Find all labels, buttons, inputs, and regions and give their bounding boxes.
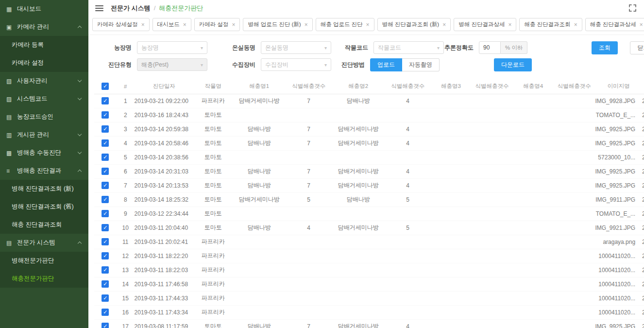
tab-close-icon[interactable]: × [574, 22, 577, 28]
table-cell: 파프리카 [194, 305, 233, 319]
crop-code-select[interactable]: 작물코드 ▾ [373, 41, 444, 54]
row-checkbox[interactable]: ✓ [102, 252, 109, 259]
row-checkbox[interactable]: ✓ [102, 168, 109, 175]
table-cell [431, 164, 472, 178]
row-checkbox[interactable]: ✓ [102, 280, 109, 288]
row-checkbox[interactable]: ✓ [102, 309, 109, 316]
sidebar-item-camera-management[interactable]: ▣ 카메라 관리 [0, 18, 88, 36]
tab-close-icon[interactable]: × [141, 22, 145, 28]
close-button[interactable]: 닫기 [630, 41, 644, 54]
table-cell [332, 249, 385, 263]
accuracy-input[interactable] [479, 41, 501, 54]
table-cell: 2019-03-12 22:34:44 [135, 207, 194, 221]
table-row[interactable]: ✓172019-03-08 11:17:59토마토담배나방7담배거세미나방4IM… [94, 319, 644, 328]
table-cell: 담배거세미나방 [332, 221, 385, 235]
row-checkbox[interactable]: ✓ [102, 266, 109, 274]
greenhouse-select[interactable]: 온실동명 ▾ [261, 41, 331, 54]
select-all-checkbox[interactable]: ✓ [102, 83, 109, 90]
tab[interactable]: 카메라 설정 × [194, 18, 240, 31]
tab[interactable]: 병해 진단결과상세 × [454, 18, 516, 31]
sidebar-item-farm-code-approval[interactable]: ▤ 농장코드승인 [0, 108, 88, 126]
row-checkbox[interactable]: ✓ [102, 224, 109, 231]
table-row[interactable]: ✓132019-03-11 18:22:03파프리카1000411020...2… [94, 263, 644, 277]
farm-name-select[interactable]: 농장명 ▾ [137, 41, 207, 54]
download-button[interactable]: 다운로드 [494, 58, 532, 71]
table-cell [286, 291, 332, 305]
row-checkbox[interactable]: ✓ [102, 139, 109, 147]
fullscreen-icon[interactable] [629, 4, 636, 12]
menu-toggle-icon[interactable] [95, 5, 103, 11]
table-row[interactable]: ✓62019-03-14 20:31:03토마토담배나방7담배거세미나방4IMG… [94, 164, 644, 178]
table-row[interactable]: ✓162019-03-11 17:43:34파프리카1000411020...2… [94, 305, 644, 319]
sidebar-item-pest-results[interactable]: 해충 진단결과조회 [0, 216, 88, 234]
tab-close-icon[interactable]: × [640, 22, 643, 28]
tab-close-icon[interactable]: × [366, 22, 370, 28]
row-checkbox[interactable]: ✓ [102, 196, 109, 203]
tab[interactable]: 카메라 상세설정 × [92, 18, 150, 31]
camera-icon: ▣ [6, 24, 17, 31]
sidebar-item-board-management[interactable]: ▥ 게시판 관리 [0, 126, 88, 144]
tab[interactable]: 병해 업로드 진단 (新) × [243, 18, 312, 31]
table-row[interactable]: ✓92019-03-12 22:34:44토마토TOMATO_E_...2019 [94, 207, 644, 221]
diagnosis-type-select[interactable]: 해충(Pest) ▾ [137, 58, 207, 71]
sidebar-item-expert-system[interactable]: ▤ 전문가 시스템 [0, 234, 88, 252]
table-cell: 2019-03-14 20:31:03 [135, 164, 194, 178]
tab-close-icon[interactable]: × [508, 22, 511, 28]
tab[interactable]: 병해 진단결과조회 (新) × [377, 18, 451, 31]
sidebar-item-user-management[interactable]: ▧ 사용자관리 [0, 72, 88, 90]
method-upload-button[interactable]: 업로드 [370, 58, 402, 71]
table-row[interactable]: ✓52019-03-14 20:38:56토마토5723000_10...201… [94, 150, 644, 164]
table-row[interactable]: ✓32019-03-14 20:59:38토마토담배나방7담배거세미나방4IMG… [94, 122, 644, 136]
sidebar-item-disease-results-new[interactable]: 병해 진단결과조회 (新) [0, 180, 88, 198]
method-auto-button[interactable]: 자동촬영 [402, 58, 440, 71]
table-cell: 토마토 [194, 150, 233, 164]
table-cell [385, 291, 431, 305]
table-row[interactable]: ✓152019-03-11 17:44:33파프리카1000411020...2… [94, 291, 644, 305]
sidebar-item-camera-settings[interactable]: 카메라 설정 [0, 54, 88, 72]
table-row[interactable]: ✓12019-03-21 09:22:00파프리카담배거세미나방7담배나방4IM… [94, 94, 644, 108]
row-checkbox[interactable]: ✓ [102, 323, 109, 328]
row-checkbox[interactable]: ✓ [102, 294, 109, 302]
table-row[interactable]: ✓122019-03-11 18:22:20파프리카1000411020...2… [94, 249, 644, 263]
sidebar-item-label: 해충 진단결과조회 [12, 221, 82, 229]
row-checkbox[interactable]: ✓ [102, 154, 109, 161]
tab[interactable]: 해충 진단결과상세 × [585, 18, 644, 31]
tab-close-icon[interactable]: × [442, 22, 446, 28]
tab-close-icon[interactable]: × [305, 22, 308, 28]
table-cell [332, 207, 385, 221]
sidebar-item-dashboard[interactable]: ▦ 대시보드 [0, 0, 88, 18]
row-checkbox[interactable]: ✓ [102, 238, 109, 245]
tab[interactable]: 대시보드 × [153, 18, 191, 31]
table-row[interactable]: ✓112019-03-11 20:02:41파프리카aragaya.png201… [94, 235, 644, 249]
row-checkbox[interactable]: ✓ [102, 97, 109, 104]
sidebar-item-camera-register[interactable]: 카메라 등록 [0, 36, 88, 54]
row-checkbox[interactable]: ✓ [102, 210, 109, 217]
sidebar-item-pest-expert-judgment[interactable]: 해충전문가판단 [0, 270, 88, 288]
tab-close-icon[interactable]: × [232, 22, 235, 28]
row-checkbox[interactable]: ✓ [102, 111, 109, 119]
table-row[interactable]: ✓42019-03-14 20:58:46토마토담배나방7담배거세미나방4IMG… [94, 136, 644, 150]
sidebar-item-system-code[interactable]: ▨ 시스템코드 [0, 90, 88, 108]
table-row[interactable]: ✓82019-03-14 18:25:32토마토담배거세미나방5담배나방5IMG… [94, 192, 644, 207]
sidebar-item-disease-expert-judgment[interactable]: 병해전문가판단 [0, 252, 88, 270]
row-checkbox[interactable]: ✓ [102, 182, 109, 189]
table-cell [471, 136, 513, 150]
table-cell: 2018 [642, 164, 644, 178]
breadcrumb-root[interactable]: 전문가 시스템 [111, 4, 151, 13]
sidebar-item-manual-diagnosis[interactable]: ▩ 병해충 수동진단 [0, 144, 88, 162]
tab[interactable]: 해충 진단결과조회 × [519, 18, 582, 31]
search-button[interactable]: 조회 [592, 41, 618, 54]
table-cell [286, 305, 332, 319]
table-row[interactable]: ✓142019-03-11 17:46:58파프리카1000411020...2… [94, 277, 644, 291]
row-checkbox[interactable]: ✓ [102, 125, 109, 133]
table-row[interactable]: ✓72019-03-14 20:13:53토마토담배나방7담배거세미나방4IMG… [94, 178, 644, 192]
tab[interactable]: 해충 업로드 진단 × [316, 18, 374, 31]
table-row[interactable]: ✓102019-03-11 20:04:40토마토담배나방4담배거세미나방5IM… [94, 221, 644, 235]
sidebar-item-diagnosis-results[interactable]: ≡ 병해충 진단결과 [0, 162, 88, 180]
table-row[interactable]: ✓22019-03-16 18:24:43토마토TOMATO_E_...2019 [94, 108, 644, 122]
table-cell: 2019-03-08 11:17:59 [135, 319, 194, 328]
board-icon: ▥ [6, 132, 17, 138]
equipment-select[interactable]: 수집장비 ▾ [261, 58, 331, 71]
sidebar-item-disease-results-old[interactable]: 병해 진단결과조회 (舊) [0, 198, 88, 216]
tab-close-icon[interactable]: × [183, 22, 186, 28]
